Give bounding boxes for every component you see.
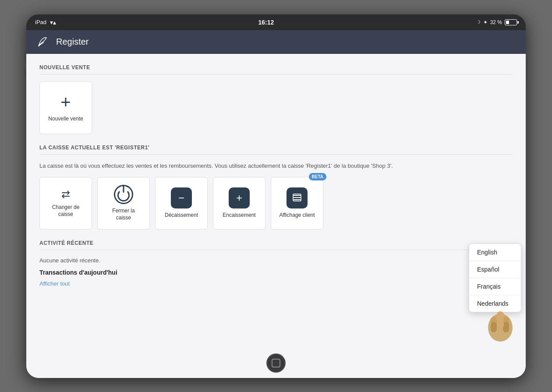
caisse-section: LA CAISSE ACTUELLE EST 'REGISTER1' La ca… [39,145,513,230]
bluetooth-icon: ✦ [483,19,488,25]
home-button-area [26,352,526,378]
fermer-caisse-tile[interactable]: Fermer lacaisse [97,177,150,230]
nouvelle-vente-label: Nouvelle vente [48,116,83,123]
app-logo-icon [35,35,49,49]
battery-percent: 32 % [490,19,502,25]
status-bar: iPad ▾▴ 16:12 ☽ ✦ 32 % [26,14,526,30]
affichage-client-tile[interactable]: BETA Affichage client [271,177,323,230]
minus-circle-icon: − [171,187,192,208]
svg-rect-6 [491,317,497,329]
view-all-link[interactable]: Afficher tout [39,280,70,287]
caisse-title: LA CAISSE ACTUELLE EST 'REGISTER1' [39,145,513,155]
app-title: Register [56,37,88,47]
moon-icon: ☽ [476,19,481,25]
plus-circle-icon: + [229,187,250,208]
battery-bar [505,19,517,25]
today-title: Transactions d'aujourd'hui [39,269,513,276]
activite-title: ACTIVITÉ RÉCENTE [39,240,513,250]
svg-rect-9 [503,322,509,332]
swap-icon: ⇄ [61,188,70,201]
encaissement-tile[interactable]: + Encaissement [213,177,265,230]
decaissement-tile[interactable]: − Décaissement [155,177,208,230]
svg-point-4 [488,314,513,342]
battery-indicator [505,19,517,25]
svg-rect-1 [293,197,301,198]
status-left: iPad ▾▴ [35,19,56,26]
language-item-nederlands[interactable]: Nederlands [469,295,521,312]
power-side-button[interactable] [526,58,527,80]
app-header: Register [26,30,526,54]
nouvelle-vente-section: NOUVELLE VENTE + Nouvelle vente [39,64,513,134]
language-item-english[interactable]: English [469,244,521,261]
svg-rect-2 [293,199,301,200]
beta-badge: BETA [309,173,326,180]
app-screen: Register NOUVELLE VENTE + Nouvelle vente… [26,30,526,378]
changer-caisse-tile[interactable]: ⇄ Changer decaisse [39,177,92,230]
svg-rect-7 [503,317,509,329]
no-activity-text: Aucune activité récente. [39,257,513,264]
wifi-icon: ▾▴ [50,19,56,26]
encaissement-label: Encaissement [223,212,255,219]
plus-large-icon: + [60,92,71,112]
activite-section: ACTIVITÉ RÉCENTE Aucune activité récente… [39,240,513,287]
home-button[interactable] [266,353,286,373]
changer-caisse-label: Changer decaisse [52,204,80,218]
language-dropdown: English Español Français Nederlands [469,244,521,312]
clock: 16:12 [258,19,274,26]
power-icon [114,185,133,204]
svg-rect-0 [293,195,301,196]
svg-rect-5 [497,311,504,329]
list-svg [292,193,302,203]
fermer-caisse-label: Fermer lacaisse [112,208,134,221]
caisse-grid: ⇄ Changer decaisse Fermer lacaisse [39,177,513,230]
nouvelle-vente-grid: + Nouvelle vente [39,81,513,134]
list-icon [287,187,308,208]
nouvelle-vente-title: NOUVELLE VENTE [39,64,513,74]
ipad-label: iPad [35,19,46,25]
nouvelle-vente-tile[interactable]: + Nouvelle vente [39,81,92,134]
battery-fill [506,21,509,24]
affichage-client-label: Affichage client [279,212,315,219]
ipad-frame: iPad ▾▴ 16:12 ☽ ✦ 32 % Register [26,14,526,378]
language-item-espanol[interactable]: Español [469,261,521,278]
caisse-description: La caisse est là où vous effectuez les v… [39,162,513,170]
status-right: ☽ ✦ 32 % [476,19,517,25]
main-content: NOUVELLE VENTE + Nouvelle vente LA CAISS… [26,54,526,352]
home-button-inner [272,359,280,367]
svg-rect-10 [497,311,504,329]
language-item-francais[interactable]: Français [469,278,521,295]
decaissement-label: Décaissement [165,212,198,219]
svg-rect-8 [491,322,497,332]
